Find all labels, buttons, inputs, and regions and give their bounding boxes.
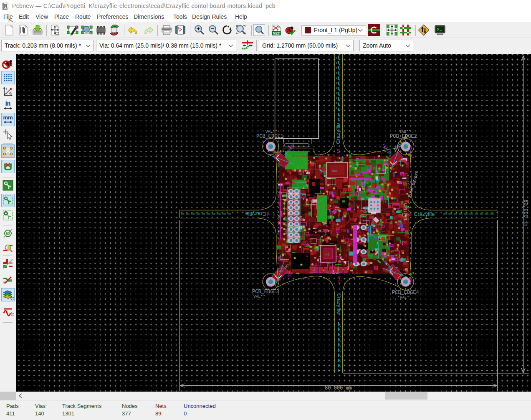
svg-text:PCB_EDGE3: PCB_EDGE3	[252, 289, 279, 295]
svg-text:4: 4	[273, 213, 275, 217]
svg-text:1: 1	[336, 157, 340, 159]
svg-text:EXP JTAG: EXP JTAG	[284, 220, 288, 234]
svg-text:Crazyflie: Crazyflie	[414, 211, 435, 217]
svg-text:mm: mm	[3, 114, 13, 121]
svg-text:NET: NET	[273, 31, 280, 35]
svg-text:80,000 mm: 80,000 mm	[523, 200, 528, 227]
svg-text:Crazyflie: Crazyflie	[335, 123, 341, 144]
svg-text:PCB_EDGE4: PCB_EDGE4	[392, 290, 419, 296]
svg-text:nRF: nRF	[332, 169, 339, 173]
svg-text:φ: φ	[9, 91, 12, 95]
svg-text:Crazyflie: Crazyflie	[336, 293, 342, 314]
svg-text:*VAL*: *VAL*	[397, 295, 410, 300]
svg-text:3 ΣM: 3 ΣM	[336, 276, 341, 285]
svg-text:1M: 1M	[336, 149, 341, 154]
svg-text:in: in	[5, 100, 10, 107]
svg-text:H2: H2	[326, 253, 330, 256]
svg-text:80,000 mm: 80,000 mm	[325, 385, 352, 391]
svg-text:Crazyflie: Crazyflie	[245, 211, 266, 217]
svg-text:BATTERY: BATTERY	[403, 202, 408, 220]
svg-text:r: r	[6, 86, 7, 91]
svg-text:VAL**: VAL**	[253, 294, 266, 299]
svg-text:M: M	[267, 213, 269, 217]
svg-text:PCB_EDGE1: PCB_EDGE1	[256, 134, 283, 139]
